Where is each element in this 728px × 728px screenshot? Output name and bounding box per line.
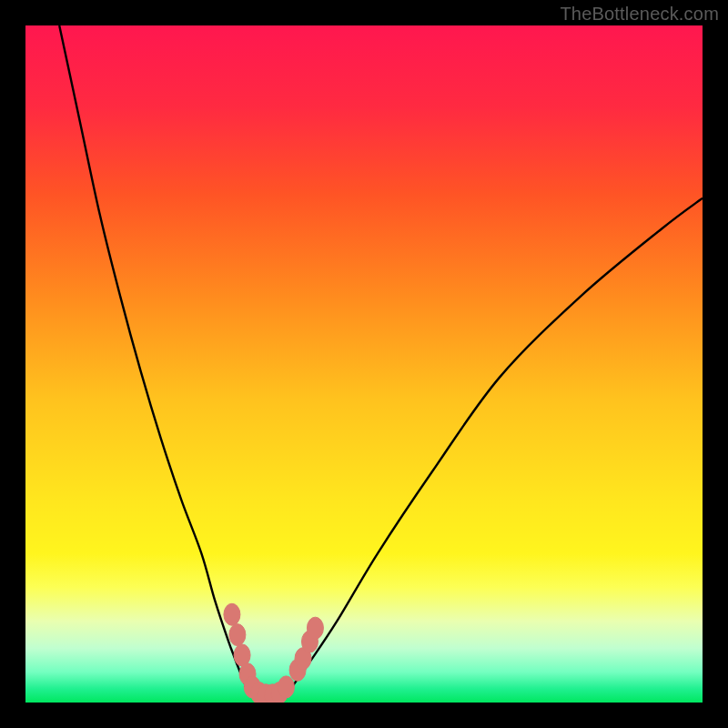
marker-point bbox=[224, 603, 240, 625]
valley-markers bbox=[224, 603, 324, 703]
watermark-text: TheBottleneck.com bbox=[560, 4, 719, 25]
curve-path bbox=[59, 25, 703, 696]
plot-area bbox=[25, 25, 703, 703]
marker-point bbox=[229, 624, 246, 646]
bottleneck-curve bbox=[25, 25, 703, 703]
marker-point bbox=[278, 676, 294, 698]
chart-frame: TheBottleneck.com bbox=[0, 0, 728, 728]
marker-point bbox=[307, 617, 323, 639]
